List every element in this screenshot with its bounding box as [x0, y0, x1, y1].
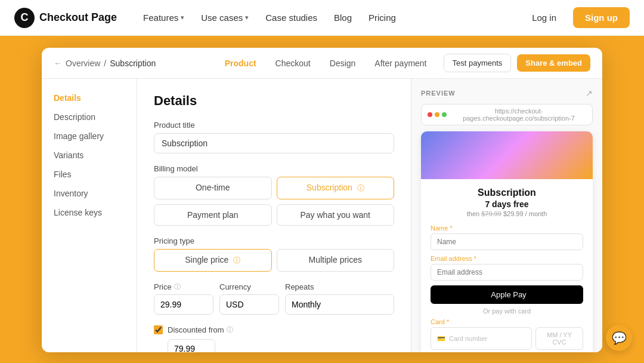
preview-area: PREVIEW ↗ https://checkout-pages.checkou…: [411, 79, 602, 352]
strikethrough-price: $79.99: [481, 210, 501, 217]
back-arrow-icon[interactable]: ←: [54, 59, 62, 68]
card-field-group: Card * 💳 Card number MM / YY CVC: [431, 318, 583, 350]
price-field: Price ⓘ: [154, 282, 213, 315]
billing-option-one-time[interactable]: One-time: [154, 177, 272, 199]
billing-option-subscription[interactable]: Subscription ⓘ: [277, 177, 395, 199]
logo[interactable]: C Checkout Page: [14, 8, 117, 28]
preview-url-bar: https://checkout-pages.checkoutpage.co/s…: [421, 104, 593, 125]
discounted-from-input[interactable]: [168, 339, 215, 352]
billing-option-pay-what-you-want[interactable]: Pay what you want: [277, 204, 395, 226]
breadcrumb-separator: /: [104, 59, 106, 68]
dot-orange: [435, 112, 439, 117]
currency-select[interactable]: USD EUR GBP: [219, 294, 279, 315]
preview-url: https://checkout-pages.checkoutpage.co/s…: [451, 107, 586, 122]
chevron-down-icon: ▾: [245, 14, 249, 21]
discounted-from-input-row: [168, 339, 394, 352]
nav-right: Log in Sign up: [522, 7, 630, 28]
credit-card-icon: 💳: [437, 335, 445, 343]
checkout-price-info: then $79.99 $29.99 / month: [431, 210, 583, 217]
pricing-options: Single price ⓘ Multiple prices: [154, 249, 394, 272]
url-dots: [428, 112, 447, 117]
test-payments-button[interactable]: Test payments: [444, 54, 512, 72]
sidebar: Details Description Image gallery Varian…: [42, 79, 137, 352]
tab-product[interactable]: Product: [215, 55, 266, 72]
form-title: Details: [154, 93, 394, 109]
app-topbar: ← Overview / Subscription Product Checko…: [42, 48, 602, 79]
pricing-type-label: Pricing type: [154, 236, 394, 245]
sidebar-item-files[interactable]: Files: [42, 165, 137, 184]
card-required: *: [445, 318, 449, 325]
navbar: C Checkout Page Features ▾ Use cases ▾ C…: [0, 0, 644, 36]
email-field-group: Email address *: [431, 255, 583, 281]
app-tabs: Product Checkout Design After payment: [215, 55, 436, 72]
product-title-group: Product title: [154, 121, 394, 153]
app-window: ← Overview / Subscription Product Checko…: [42, 48, 602, 352]
nav-use-cases[interactable]: Use cases ▾: [194, 9, 256, 26]
card-expiry-cvc-field[interactable]: MM / YY CVC: [535, 327, 583, 350]
product-title-input[interactable]: [154, 133, 394, 153]
nav-links: Features ▾ Use cases ▾ Case studies Blog…: [136, 9, 503, 26]
tab-checkout[interactable]: Checkout: [266, 55, 320, 72]
sidebar-item-description[interactable]: Description: [42, 107, 137, 127]
form-area: Details Product title Billing model One-…: [137, 79, 411, 352]
currency-field: Currency USD EUR GBP: [219, 282, 279, 315]
sidebar-item-image-gallery[interactable]: Image gallery: [42, 127, 137, 146]
tab-after-payment[interactable]: After payment: [365, 55, 436, 72]
signup-button[interactable]: Sign up: [573, 7, 630, 28]
chat-icon: 💬: [612, 331, 627, 345]
pricing-type-group: Pricing type Single price ⓘ Multiple pri…: [154, 236, 394, 272]
card-input-row: 💳 Card number MM / YY CVC: [431, 327, 583, 350]
repeats-field: Repeats Monthly Weekly Yearly: [285, 282, 394, 315]
breadcrumb-overview[interactable]: Overview: [66, 59, 100, 68]
price-label: Price ⓘ: [154, 282, 213, 291]
name-input[interactable]: [431, 233, 583, 250]
dot-green: [442, 112, 447, 117]
preview-header: PREVIEW ↗: [421, 88, 593, 98]
billing-option-payment-plan[interactable]: Payment plan: [154, 204, 272, 226]
chevron-down-icon: ▾: [181, 14, 184, 21]
info-icon: ⓘ: [233, 256, 240, 264]
email-input[interactable]: [431, 264, 583, 281]
discounted-from-section: Discounted from ⓘ: [154, 325, 394, 352]
discounted-from-info-icon: ⓘ: [227, 325, 233, 334]
billing-model-label: Billing model: [154, 164, 394, 173]
price-row: Price ⓘ Currency USD EUR: [154, 282, 394, 315]
sidebar-item-variants[interactable]: Variants: [42, 146, 137, 165]
tab-design[interactable]: Design: [320, 55, 366, 72]
repeats-select[interactable]: Monthly Weekly Yearly: [285, 294, 394, 315]
nav-blog[interactable]: Blog: [327, 9, 359, 26]
nav-features[interactable]: Features ▾: [136, 9, 191, 26]
breadcrumb: ← Overview / Subscription: [54, 59, 208, 68]
sidebar-item-inventory[interactable]: Inventory: [42, 184, 137, 203]
card-field-label: Card *: [431, 318, 583, 325]
discounted-from-checkbox[interactable]: [154, 325, 163, 334]
discounted-from-label[interactable]: Discounted from ⓘ: [168, 325, 233, 334]
info-icon: ⓘ: [357, 184, 364, 192]
external-link-icon[interactable]: ↗: [586, 88, 593, 98]
nav-pricing[interactable]: Pricing: [361, 9, 403, 26]
name-required: *: [448, 224, 452, 232]
email-field-label: Email address *: [431, 255, 583, 262]
nav-case-studies[interactable]: Case studies: [258, 9, 324, 26]
card-number-field[interactable]: 💳 Card number: [431, 327, 532, 350]
discounted-from-row: Discounted from ⓘ: [154, 325, 394, 334]
billing-model-group: Billing model One-time Subscription ⓘ Pa…: [154, 164, 394, 226]
login-button[interactable]: Log in: [522, 8, 566, 27]
name-field-group: Name *: [431, 224, 583, 250]
sidebar-item-details[interactable]: Details: [42, 88, 137, 107]
price-input[interactable]: [154, 294, 213, 315]
chat-bubble[interactable]: 💬: [606, 325, 632, 351]
sidebar-item-license-keys[interactable]: License keys: [42, 203, 137, 222]
checkout-days-free: 7 days free: [431, 199, 583, 209]
or-pay-divider: Or pay with card: [431, 307, 583, 315]
pricing-option-multiple[interactable]: Multiple prices: [277, 249, 395, 272]
price-unit: / month: [525, 210, 547, 217]
price-currency-repeats-group: Price ⓘ Currency USD EUR: [154, 282, 394, 315]
apple-pay-button[interactable]: Apple Pay: [431, 285, 583, 304]
share-embed-button[interactable]: Share & embed: [517, 54, 590, 72]
checkout-hero-image: [421, 131, 593, 179]
currency-label: Currency: [219, 282, 279, 291]
repeats-label: Repeats: [285, 282, 394, 291]
pricing-option-single[interactable]: Single price ⓘ: [154, 249, 272, 272]
breadcrumb-current: Subscription: [110, 59, 156, 68]
